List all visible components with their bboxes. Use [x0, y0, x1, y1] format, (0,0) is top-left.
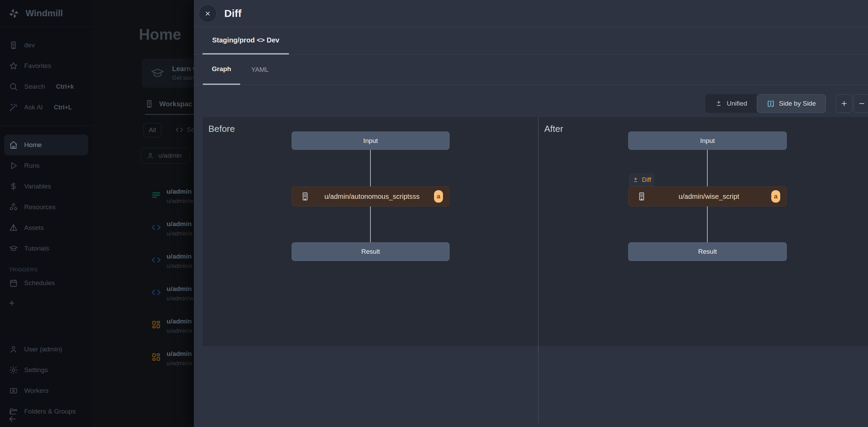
compare-tab-label: Staging/prod <> Dev	[212, 36, 279, 44]
workers-icon	[9, 386, 18, 395]
sidebar-item-user[interactable]: User (admin)	[0, 339, 92, 360]
code-icon	[151, 222, 161, 233]
building-icon	[9, 41, 18, 50]
item-title: u/admin	[167, 220, 192, 228]
item-path: u/admin/w	[167, 295, 193, 302]
plus-icon: +	[9, 298, 15, 309]
sidebar-item-label: dev	[24, 41, 35, 49]
windmill-logo-icon	[8, 7, 20, 20]
wand-icon	[9, 103, 18, 112]
sidebar-item-label: Runs	[24, 162, 39, 169]
sidebar-item-favorites[interactable]: Favorites	[0, 56, 92, 76]
dollar-icon	[9, 182, 18, 191]
tab-workspace[interactable]: Workspac	[145, 99, 192, 108]
gear-icon	[9, 366, 18, 375]
diff-graph-panel	[203, 117, 868, 346]
sidebar-item-tutorials[interactable]: Tutorials	[0, 238, 92, 259]
collapse-sidebar-icon[interactable]	[8, 414, 17, 424]
item-path: u/admin/s	[167, 360, 192, 367]
calendar-icon	[9, 279, 18, 288]
sidebar-item-ask-ai[interactable]: Ask AI Ctrl+L	[0, 97, 92, 118]
diff-icon	[715, 100, 723, 107]
grid-icon	[151, 352, 161, 362]
sidebar-item-runs[interactable]: Runs	[0, 155, 92, 176]
sidebar-nav-main: Home Runs Variables Resources	[0, 135, 92, 259]
filter-all-label: All	[149, 126, 156, 134]
code-icon	[151, 255, 161, 265]
sidebar-item-settings[interactable]: Settings	[0, 360, 92, 380]
before-result-node[interactable]: Result	[292, 242, 450, 261]
language-badge: a	[771, 190, 780, 203]
sidebar-item-variables[interactable]: Variables	[0, 176, 92, 197]
tab-yaml[interactable]: YAML	[242, 55, 277, 85]
item-path: u/admin/a	[167, 328, 192, 334]
before-input-node[interactable]: Input	[292, 132, 450, 150]
filter-scripts[interactable]: Sc	[175, 126, 195, 134]
result-node-label: Result	[698, 248, 717, 255]
script-path-label: u/admin/autonomous_scriptsss	[310, 193, 434, 201]
compare-tab-bar: Staging/prod <> Dev	[194, 27, 868, 55]
sidebar-item-schedules[interactable]: Schedules	[0, 273, 92, 293]
item-title: u/admin	[167, 188, 193, 195]
after-script-node[interactable]: u/admin/wise_script a	[628, 186, 787, 206]
before-script-node[interactable]: u/admin/autonomous_scriptsss a	[292, 186, 450, 206]
windmill-app: Windmill dev Favorites Search Ctrl+	[0, 0, 868, 427]
graduation-cap-icon	[151, 66, 164, 80]
zoom-out-button[interactable]: −	[853, 94, 868, 113]
sidebar-item-assets[interactable]: Assets	[0, 217, 92, 238]
sidebar-item-home[interactable]: Home	[4, 135, 88, 155]
tab-graph-label: Graph	[212, 65, 231, 73]
sidebar-item-workspace[interactable]: dev	[0, 35, 92, 56]
pane-divider	[538, 117, 539, 423]
filter-all-button[interactable]: All	[143, 123, 161, 137]
item-path: u/admin/a	[167, 230, 192, 237]
sidebar-item-label: Search	[24, 83, 45, 90]
zoom-in-button[interactable]: +	[836, 94, 852, 113]
sidebar-item-search[interactable]: Search Ctrl+k	[0, 76, 92, 97]
flow-icon	[151, 190, 161, 200]
tab-yaml-label: YAML	[251, 66, 268, 74]
grid-icon	[151, 320, 161, 330]
item-title: u/admin	[167, 285, 193, 293]
sidebar-item-resources[interactable]: Resources	[0, 197, 92, 217]
side-by-side-label: Side by Side	[779, 100, 816, 107]
edge-connector	[370, 206, 371, 242]
after-input-node[interactable]: Input	[628, 132, 787, 150]
sidebar-nav-triggers: Schedules	[0, 273, 92, 293]
drawer-header: × Diff	[194, 0, 868, 27]
sidebar-add-button[interactable]: +	[0, 293, 92, 313]
search-icon	[9, 82, 18, 91]
after-result-node[interactable]: Result	[628, 242, 787, 261]
user-icon	[147, 152, 154, 159]
code-icon	[151, 287, 161, 298]
close-button[interactable]: ×	[199, 4, 217, 22]
sidebar-nav-bottom: User (admin) Settings Workers Folders & …	[0, 339, 92, 422]
language-badge: a	[434, 190, 443, 203]
play-icon	[9, 161, 18, 170]
item-path: u/admin/w	[167, 198, 193, 205]
side-by-side-button[interactable]: Side by Side	[757, 94, 826, 113]
search-shortcut: Ctrl+k	[56, 83, 74, 90]
sidebar-item-label: Tutorials	[24, 245, 49, 252]
view-tab-bar: Graph YAML	[194, 55, 868, 85]
brand[interactable]: Windmill	[0, 0, 92, 27]
drawer-title: Diff	[224, 8, 242, 19]
unified-button[interactable]: Unified	[705, 94, 757, 113]
unified-label: Unified	[727, 100, 747, 107]
view-mode-toggle: Unified Side by Side	[705, 94, 826, 113]
tab-staging-prod-dev[interactable]: Staging/prod <> Dev	[202, 27, 289, 55]
sidebar-item-label: Schedules	[24, 279, 55, 287]
sidebar-item-label: Workers	[24, 387, 48, 395]
item-path: u/admin/a	[167, 263, 192, 270]
edge-connector	[370, 150, 371, 186]
user-icon	[9, 345, 18, 354]
owner-filter-pill[interactable]: u/admin	[141, 148, 190, 164]
graduation-cap-icon	[9, 244, 18, 253]
tab-graph[interactable]: Graph	[203, 55, 240, 85]
triggers-heading: TRIGGERS	[9, 266, 38, 272]
filter-scripts-label: Sc	[187, 126, 195, 134]
node-diff-badge[interactable]: Diff	[629, 173, 654, 186]
edge-connector	[707, 206, 708, 242]
boxes-icon	[9, 203, 18, 212]
sidebar-item-workers[interactable]: Workers	[0, 380, 92, 401]
